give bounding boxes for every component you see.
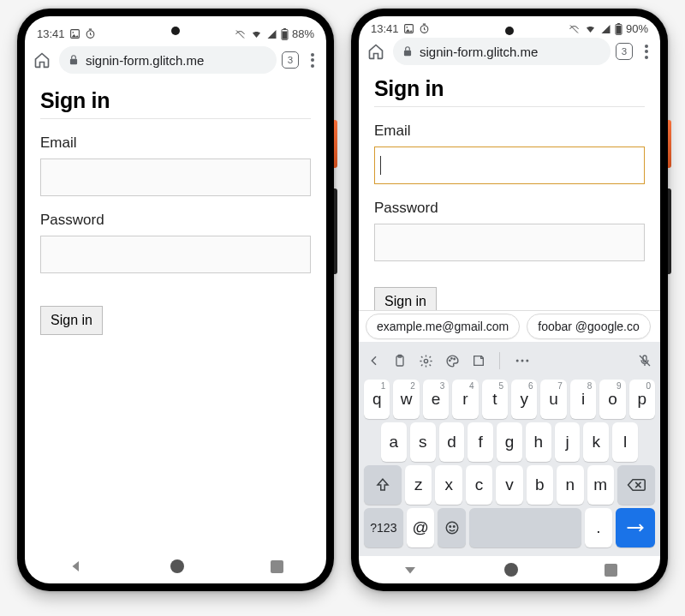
url-bar[interactable]: signin-form.glitch.me xyxy=(59,46,277,74)
key-space[interactable] xyxy=(469,508,581,547)
key-at[interactable]: @ xyxy=(407,508,435,547)
signal-icon xyxy=(266,29,277,39)
front-camera xyxy=(505,27,514,35)
signal-icon xyxy=(600,24,611,34)
key-l[interactable]: l xyxy=(612,422,638,462)
nav-recent-icon[interactable] xyxy=(271,560,283,573)
timer-icon xyxy=(85,28,96,39)
svg-point-22 xyxy=(526,360,528,362)
key-d[interactable]: d xyxy=(439,422,465,462)
key-shift[interactable] xyxy=(364,465,402,505)
suggestion-chip[interactable]: example.me@gmail.com xyxy=(366,314,520,339)
key-backspace[interactable] xyxy=(617,465,655,505)
suggestion-chip[interactable]: foobar @google.co xyxy=(527,314,651,339)
key-s[interactable]: s xyxy=(410,422,436,462)
svg-rect-4 xyxy=(283,31,288,39)
eye-off-icon xyxy=(234,29,247,39)
key-g[interactable]: g xyxy=(497,422,522,462)
key-q[interactable]: 1q xyxy=(364,380,390,419)
wifi-icon xyxy=(584,24,597,34)
status-battery-pct: 90% xyxy=(626,22,648,35)
chevron-left-icon[interactable] xyxy=(367,354,381,368)
gear-icon[interactable] xyxy=(419,354,433,368)
status-time: 13:41 xyxy=(37,27,65,40)
key-e[interactable]: 3e xyxy=(423,380,449,419)
separator xyxy=(499,352,500,369)
more-icon[interactable] xyxy=(514,357,531,364)
home-icon[interactable] xyxy=(364,43,388,60)
key-period[interactable]: . xyxy=(585,508,613,547)
key-j[interactable]: j xyxy=(555,422,581,462)
android-navbar xyxy=(25,549,326,583)
url-bar[interactable]: signin-form.glitch.me xyxy=(393,38,611,65)
hw-power-button xyxy=(668,120,671,168)
signin-button[interactable]: Sign in xyxy=(40,306,103,335)
page-title: Sign in xyxy=(374,76,645,107)
image-icon xyxy=(403,23,414,34)
sticker-icon[interactable] xyxy=(472,354,485,368)
battery-icon xyxy=(615,23,622,35)
email-label: Email xyxy=(374,123,645,140)
key-o[interactable]: 9o xyxy=(599,380,625,419)
key-v[interactable]: v xyxy=(496,465,522,505)
key-n[interactable]: n xyxy=(557,465,583,505)
nav-home-icon[interactable] xyxy=(504,563,518,577)
key-w[interactable]: 2w xyxy=(393,380,419,419)
key-r[interactable]: 4r xyxy=(452,380,478,419)
key-m[interactable]: m xyxy=(587,465,614,505)
signin-button[interactable]: Sign in xyxy=(374,287,437,310)
key-h[interactable]: h xyxy=(526,422,551,462)
onscreen-keyboard: 1q 2w 3e 4r 5t 6y 7u 8i 9o 0p a s d f g … xyxy=(359,342,660,556)
nav-home-icon[interactable] xyxy=(170,559,184,573)
svg-point-25 xyxy=(450,526,451,528)
password-field[interactable] xyxy=(40,236,311,273)
overflow-menu-icon[interactable] xyxy=(638,45,655,59)
page-content: Sign in Email Password Sign in xyxy=(25,78,326,549)
key-p[interactable]: 0p xyxy=(629,380,655,419)
svg-rect-13 xyxy=(404,51,411,56)
mic-off-icon[interactable] xyxy=(638,353,652,368)
key-i[interactable]: 8i xyxy=(570,380,596,419)
key-y[interactable]: 6y xyxy=(511,380,537,419)
key-a[interactable]: a xyxy=(381,422,407,462)
svg-point-18 xyxy=(451,357,452,358)
palette-icon[interactable] xyxy=(445,354,460,368)
nav-back-icon[interactable] xyxy=(68,559,84,574)
hw-power-button xyxy=(334,120,337,168)
key-u[interactable]: 7u xyxy=(540,380,566,419)
hw-volume-button xyxy=(334,188,337,274)
key-symbols[interactable]: ?123 xyxy=(364,508,403,547)
lock-icon xyxy=(68,54,80,66)
key-x[interactable]: x xyxy=(435,465,462,505)
key-b[interactable]: b xyxy=(527,465,553,505)
password-field[interactable] xyxy=(374,224,645,261)
page-title: Sign in xyxy=(40,88,311,119)
nav-back-down-icon[interactable] xyxy=(402,562,418,577)
text-caret xyxy=(380,156,381,175)
clipboard-icon[interactable] xyxy=(393,353,407,368)
key-t[interactable]: 5t xyxy=(482,380,508,419)
key-z[interactable]: z xyxy=(405,465,432,505)
key-k[interactable]: k xyxy=(583,422,609,462)
phone-right: 13:41 xyxy=(351,9,668,591)
key-c[interactable]: c xyxy=(466,465,492,505)
svg-rect-11 xyxy=(616,26,622,34)
svg-point-24 xyxy=(446,522,458,534)
svg-point-1 xyxy=(72,32,74,33)
email-field[interactable] xyxy=(40,158,311,196)
svg-rect-5 xyxy=(283,28,286,29)
tab-count-button[interactable]: 3 xyxy=(616,43,633,60)
key-emoji[interactable] xyxy=(438,508,466,547)
key-enter[interactable] xyxy=(616,508,655,547)
tab-count-button[interactable]: 3 xyxy=(282,51,299,69)
nav-recent-icon[interactable] xyxy=(605,564,617,577)
battery-icon xyxy=(281,28,289,40)
front-camera xyxy=(171,27,180,35)
url-host: signin-form.glitch.me xyxy=(86,53,204,68)
email-field[interactable] xyxy=(374,147,645,184)
overflow-menu-icon[interactable] xyxy=(304,53,321,68)
home-icon[interactable] xyxy=(30,51,54,69)
image-icon xyxy=(69,28,80,39)
key-f[interactable]: f xyxy=(468,422,493,462)
keyboard-toolbar xyxy=(362,345,657,376)
